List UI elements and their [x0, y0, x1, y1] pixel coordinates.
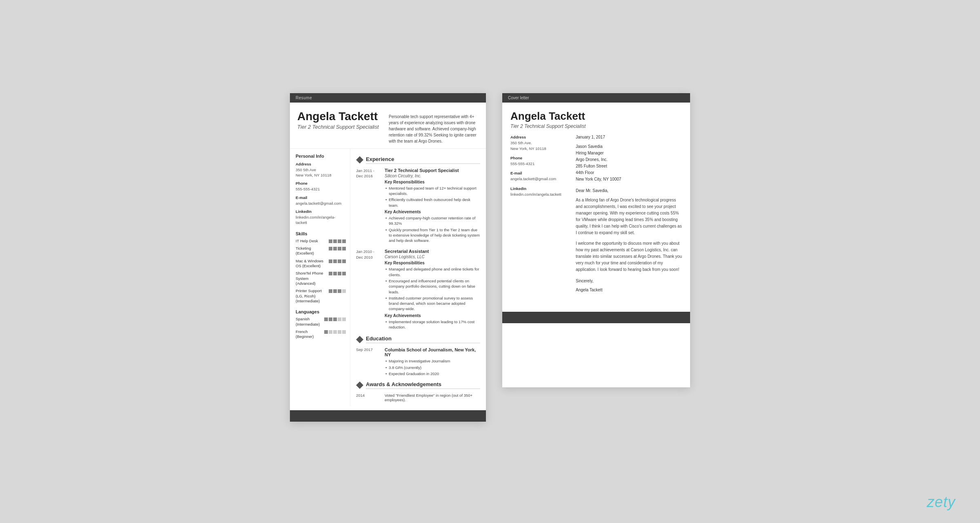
cl-phone-value: 555-555-4321 — [510, 161, 568, 167]
cl-paragraph2: I welcome the opportunity to discuss mor… — [576, 240, 682, 273]
awards-section-header: Awards & Acknowledgements — [356, 381, 480, 389]
cl-linkedin-label: LinkedIn — [510, 186, 568, 191]
cl-paragraph1: As a lifelong fan of Argo Drone's techno… — [576, 197, 682, 236]
resume-summary: Personable tech support representative w… — [389, 114, 479, 144]
exp-entry-2: Jan 2010 -Dec 2010 Secretarial Assistant… — [356, 249, 480, 331]
cl-footer — [502, 312, 690, 323]
experience-section-header: Experience — [356, 156, 480, 164]
skill-it-help-desk: IT Help Desk — [296, 239, 346, 244]
education-title: Education — [366, 335, 480, 343]
awards-icon — [356, 382, 363, 389]
page-container: Resume Angela Tackett Tier 2 Technical S… — [290, 93, 690, 422]
resume-top: Angela Tackett Tier 2 Technical Support … — [290, 103, 486, 149]
email-value: angela.tackett@gmail.com — [296, 201, 346, 206]
education-section-header: Education — [356, 335, 480, 343]
personal-info-title: Personal Info — [296, 154, 346, 159]
resume-label: Resume — [296, 96, 312, 100]
phone-label: Phone — [296, 181, 346, 186]
resume-main: Experience Jan 2011 -Dec 2016 Tier 2 Tec… — [350, 149, 486, 407]
phone-value: 555-555-4321 — [296, 186, 346, 192]
cl-email-value: angela.tackett@gmail.com — [510, 176, 568, 182]
cl-body: Angela Tackett Tier 2 Technical Support … — [502, 103, 690, 308]
languages-title: Languages — [296, 309, 346, 314]
skill-mac-windows: Mac & WindowsOS (Excellent) — [296, 259, 346, 269]
address-value: 350 5th AveNew York, NY 10118 — [296, 167, 346, 178]
cl-recipient: Jason Savedia Hiring Manager Argo Drones… — [576, 143, 682, 183]
education-icon — [356, 336, 363, 343]
experience-title: Experience — [366, 156, 480, 164]
cl-closing: Sincerely, Angela Tackett — [576, 279, 682, 292]
award-entry-1: 2014 Voted "Friendliest Employee" in reg… — [356, 393, 480, 402]
skill-ticketing: Ticketing(Excellent) — [296, 246, 346, 256]
cl-phone-label: Phone — [510, 156, 568, 160]
cl-sidebar: Address 350 5th Ave.New York, NY 10118 P… — [510, 135, 568, 300]
awards-title: Awards & Acknowledgements — [366, 381, 480, 389]
linkedin-label: LinkedIn — [296, 209, 346, 214]
cl-address-value: 350 5th Ave.New York, NY 10118 — [510, 140, 568, 152]
skills-title: Skills — [296, 231, 346, 236]
cl-main: January 1, 2017 Jason Savedia Hiring Man… — [576, 135, 682, 300]
cl-address-label: Address — [510, 135, 568, 139]
cl-label: Cover letter — [508, 96, 529, 100]
skill-printer: Printer Support(LG, Ricoh)(Intermediate) — [296, 288, 346, 304]
edu-entry-1: Sep 2017 Columbia School of Journalism, … — [356, 347, 480, 377]
cl-email-label: E-mail — [510, 171, 568, 175]
lang-french: French(Beginner) — [296, 329, 346, 340]
cl-signature: Angela Tackett — [576, 288, 602, 292]
cl-name: Angela Tackett — [510, 110, 682, 123]
cl-title: Tier 2 Technical Support Specialist — [510, 123, 682, 129]
skill-shortel: ShoreTel PhoneSystem(Advanced) — [296, 271, 346, 286]
cl-date: January 1, 2017 — [576, 135, 682, 139]
lang-spanish: Spanish(Intermediate) — [296, 317, 346, 327]
exp-entry-1: Jan 2011 -Dec 2016 Tier 2 Technical Supp… — [356, 168, 480, 244]
cl-header-bar: Cover letter — [502, 93, 690, 103]
zety-logo: zety — [927, 494, 956, 511]
cl-salutation: Dear Mr. Savedia, — [576, 188, 682, 193]
cl-content: Address 350 5th Ave.New York, NY 10118 P… — [510, 135, 682, 300]
resume-header-bar: Resume — [290, 93, 486, 103]
cover-letter-document: Cover letter Angela Tackett Tier 2 Techn… — [502, 93, 690, 387]
address-label: Address — [296, 162, 346, 166]
resume-body: Personal Info Address 350 5th AveNew Yor… — [290, 149, 486, 407]
resume-footer — [290, 410, 486, 422]
linkedin-value: linkedin.com/in/angela-tackett — [296, 215, 346, 226]
experience-icon — [356, 156, 363, 163]
cl-linkedin-value: linkedin.com/in/angela.tackett — [510, 192, 568, 197]
email-label: E-mail — [296, 195, 346, 200]
resume-document: Resume Angela Tackett Tier 2 Technical S… — [290, 93, 486, 422]
resume-sidebar: Personal Info Address 350 5th AveNew Yor… — [290, 149, 350, 407]
